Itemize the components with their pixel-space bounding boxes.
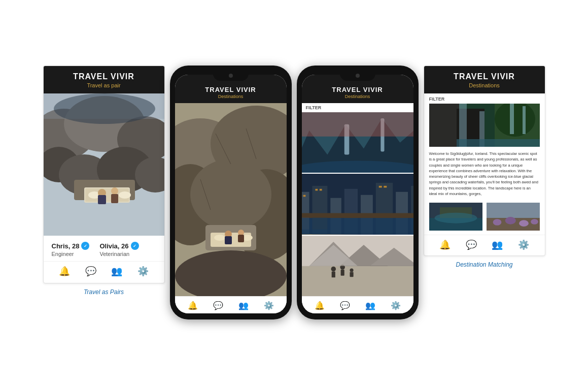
svg-rect-74 [302, 236, 413, 266]
travel-as-pairs-section: TRAVEL VIVIR Travel as pair [43, 66, 165, 296]
destination-grid [302, 112, 413, 296]
svg-point-24 [190, 159, 271, 230]
phone1-brand: TRAVEL VIVIR [179, 86, 283, 93]
svg-rect-55 [319, 189, 322, 191]
phone1-bottom-nav: 🔔 💬 👥 ⚙️ [175, 296, 287, 313]
purple-field-svg [487, 203, 540, 231]
chris-verified-icon: ✓ [81, 242, 89, 250]
doc-header: TRAVEL VIVIR Destinations [424, 66, 545, 93]
travel-as-pairs-card: TRAVEL VIVIR Travel as pair [43, 66, 165, 283]
doc-small-images [424, 201, 545, 235]
doc-chat-icon[interactable]: 💬 [466, 239, 477, 250]
svg-rect-76 [429, 104, 459, 147]
doc-brand: TRAVEL VIVIR [428, 72, 541, 81]
doc-description-text: Welcome to Sigöldugljúfur, Iceland. This… [424, 147, 545, 201]
phone2-bell-icon[interactable]: 🔔 [315, 301, 325, 310]
svg-point-68 [331, 267, 336, 272]
doc-subtitle: Destinations [428, 82, 541, 88]
svg-rect-53 [303, 195, 305, 197]
dest-snow-img[interactable] [302, 236, 413, 296]
profile-olivia-name: Olivia, 26 ✓ [99, 242, 139, 250]
phone1-chat-icon[interactable]: 💬 [213, 301, 223, 310]
phone2-bottom-nav: 🔔 💬 👥 ⚙️ [302, 296, 413, 313]
svg-rect-90 [487, 203, 540, 218]
svg-rect-57 [384, 186, 387, 188]
phone1-frame: TRAVEL VIVIR Destinations [170, 66, 292, 319]
people-icon[interactable]: 👥 [111, 266, 122, 277]
phone1-people-icon[interactable]: 👥 [238, 301, 249, 310]
phone2-people-icon[interactable]: 👥 [365, 301, 375, 310]
card-header: TRAVEL VIVIR Travel as pair [44, 66, 164, 93]
doc-hero-image [429, 104, 540, 147]
svg-rect-83 [523, 106, 526, 134]
destination-matching-section: TRAVEL VIVIR Destinations FILTER [424, 66, 545, 268]
snow-svg [302, 236, 413, 296]
svg-rect-41 [302, 112, 413, 137]
phone2-settings-icon[interactable]: ⚙️ [391, 301, 401, 310]
svg-rect-71 [340, 269, 344, 275]
svg-rect-54 [315, 189, 318, 191]
destination-matching-doc: TRAVEL VIVIR Destinations FILTER [424, 66, 545, 256]
phone1-screen: TRAVEL VIVIR Destinations [175, 75, 287, 313]
caption-destination-matching: Destination Matching [456, 261, 512, 268]
profile-olivia-job: Veterinarian [99, 251, 139, 257]
svg-rect-61 [312, 217, 327, 230]
svg-point-15 [111, 187, 118, 195]
doc-bell-icon[interactable]: 🔔 [439, 239, 451, 250]
svg-point-30 [214, 235, 225, 241]
svg-point-18 [54, 93, 155, 124]
phone1-settings-icon[interactable]: ⚙️ [264, 301, 274, 310]
card-subtitle: Travel as pair [48, 82, 160, 88]
svg-rect-59 [302, 213, 413, 218]
svg-point-92 [493, 219, 501, 226]
doc-settings-icon[interactable]: ⚙️ [518, 239, 529, 250]
svg-rect-16 [111, 194, 118, 203]
doc-filter-label: FILTER [424, 93, 545, 104]
phone2-wrapper: TRAVEL VIVIR Destinations FILTER [297, 66, 419, 319]
svg-rect-33 [225, 236, 232, 244]
city-svg [302, 174, 413, 234]
phone2-filter-bar: FILTER [302, 103, 413, 112]
svg-rect-35 [238, 235, 244, 242]
profile-olivia: Olivia, 26 ✓ Veterinarian [99, 242, 139, 257]
phone1-wrapper: TRAVEL VIVIR Destinations [170, 66, 292, 319]
svg-rect-69 [331, 271, 335, 277]
phone2-brand: TRAVEL VIVIR [306, 86, 409, 93]
olivia-verified-icon: ✓ [131, 242, 139, 250]
dest-waterfall-img[interactable] [302, 112, 413, 173]
caption-travel-as-pairs: Travel as Pairs [84, 288, 124, 296]
settings-icon[interactable]: ⚙️ [137, 266, 149, 277]
svg-point-42 [302, 161, 413, 173]
profile-chris-job: Engineer [52, 251, 90, 257]
doc-bottom-nav: 🔔 💬 👥 ⚙️ [424, 235, 545, 255]
svg-rect-63 [302, 266, 413, 296]
phone1-content [175, 103, 287, 296]
waterfall-svg [302, 112, 413, 173]
chat-icon[interactable]: 💬 [85, 266, 96, 277]
svg-point-93 [505, 217, 515, 224]
svg-rect-60 [302, 217, 309, 230]
phone1-camera [229, 74, 233, 78]
phone2-subtitle: Destinations [306, 94, 409, 99]
svg-point-72 [350, 268, 353, 272]
svg-point-94 [519, 220, 529, 227]
card-profiles: Chris, 28 ✓ Engineer Olivia, 26 ✓ Veteri… [44, 236, 164, 261]
svg-point-88 [434, 213, 477, 223]
profile-chris: Chris, 28 ✓ Engineer [52, 242, 90, 257]
doc-small-img-2[interactable] [487, 203, 540, 231]
rocky-illustration [175, 103, 287, 296]
svg-rect-73 [350, 272, 353, 277]
profile-chris-name: Chris, 28 ✓ [52, 242, 90, 250]
phone2-camera [356, 74, 360, 78]
phone1-bell-icon[interactable]: 🔔 [188, 301, 198, 310]
svg-rect-82 [510, 104, 514, 134]
svg-rect-84 [457, 139, 540, 147]
phone1-subtitle: Destinations [179, 94, 283, 99]
doc-hero-svg [429, 104, 540, 147]
dest-city-img[interactable] [302, 174, 413, 234]
bell-icon[interactable]: 🔔 [59, 266, 70, 277]
phone2-chat-icon[interactable]: 💬 [340, 301, 350, 310]
doc-small-img-1[interactable] [429, 203, 482, 231]
doc-people-icon[interactable]: 👥 [492, 239, 503, 250]
svg-point-12 [119, 191, 131, 199]
